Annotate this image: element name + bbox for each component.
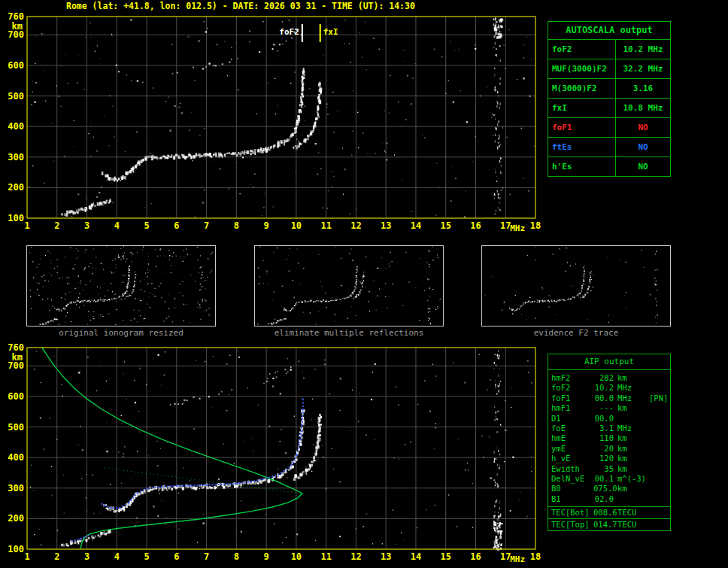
- param-flag: [649, 444, 667, 454]
- svg-text:2: 2: [54, 220, 59, 231]
- param-label: h'Es: [548, 157, 616, 176]
- param-unit: km: [617, 403, 649, 413]
- svg-text:5: 5: [144, 551, 149, 562]
- svg-text:10: 10: [291, 220, 302, 231]
- param-name: hmE: [551, 433, 593, 443]
- aip-row: hmE110km: [548, 433, 670, 443]
- svg-text:16: 16: [470, 551, 481, 562]
- svg-text:7: 7: [204, 220, 209, 231]
- tec-bottom-row: TEC[Bot]008.6TECU: [548, 506, 670, 518]
- svg-text:11: 11: [320, 220, 331, 231]
- svg-text:15: 15: [440, 220, 450, 231]
- param-flag: [649, 494, 667, 504]
- param-unit: MHz: [617, 424, 649, 433]
- svg-text:500: 500: [8, 91, 24, 102]
- aip-row: B0075.0km: [548, 484, 670, 494]
- param-flag: [649, 414, 667, 424]
- svg-text:600: 600: [8, 391, 24, 402]
- param-value: NO: [616, 157, 670, 176]
- param-label: foF1: [548, 118, 616, 137]
- main-ionogram-plot: foF2fxI123456789101112131415161718100200…: [0, 12, 544, 236]
- param-value: 075.0: [593, 484, 617, 494]
- svg-text:9: 9: [264, 220, 269, 231]
- param-unit: TECU: [617, 507, 649, 518]
- param-value: 10.2 MHz: [616, 40, 670, 59]
- param-flag: [649, 373, 667, 383]
- param-value: 120: [593, 454, 617, 463]
- svg-text:7: 7: [204, 551, 209, 562]
- param-value: 35: [593, 464, 617, 474]
- autoscala-row: fxI 10.8 MHz: [548, 99, 670, 118]
- param-unit: km: [617, 373, 649, 383]
- svg-text:12: 12: [350, 551, 361, 562]
- param-value: 10.2: [593, 383, 617, 393]
- autoscala-panel-title: AUTOSCALA output: [548, 22, 670, 40]
- svg-text:100: 100: [8, 544, 24, 554]
- svg-text:MHz: MHz: [510, 554, 525, 564]
- svg-text:fxI: fxI: [323, 27, 338, 37]
- param-name: hmF1: [551, 403, 593, 413]
- param-label: MUF(3000)F2: [548, 59, 616, 78]
- param-unit: km: [617, 484, 649, 494]
- param-name: TEC[Bot]: [551, 507, 593, 518]
- param-label: ftEs: [548, 138, 616, 156]
- svg-text:8: 8: [234, 551, 239, 562]
- param-name: D1: [551, 414, 593, 424]
- param-value: 110: [593, 433, 617, 443]
- svg-text:13: 13: [381, 220, 391, 231]
- param-value: ---: [593, 403, 617, 413]
- param-name: h_vE: [551, 454, 593, 463]
- param-flag: [649, 454, 667, 463]
- param-name: Ewidth: [551, 464, 593, 474]
- svg-text:200: 200: [8, 513, 24, 524]
- svg-text:km: km: [12, 352, 23, 363]
- param-name: B1: [551, 494, 593, 504]
- autoscala-row: foF1 NO: [548, 118, 670, 138]
- svg-text:km: km: [12, 21, 23, 32]
- svg-text:200: 200: [8, 182, 24, 193]
- param-unit: km: [617, 454, 649, 463]
- param-flag: [649, 424, 667, 433]
- param-flag: [649, 433, 667, 443]
- thumbnail-original-ionogram: [26, 245, 216, 327]
- param-value: 014.7: [593, 519, 617, 530]
- aip-panel-title: AIP output: [548, 354, 670, 370]
- svg-text:9: 9: [264, 551, 269, 562]
- svg-text:3: 3: [84, 220, 89, 231]
- station-header: Rome (lat: +41.8, lon: 012.5) - DATE: 20…: [66, 1, 415, 11]
- aip-row: hmF1---km: [548, 403, 670, 413]
- param-name: B0: [551, 484, 593, 494]
- param-flag: [649, 484, 667, 494]
- svg-text:1: 1: [24, 220, 29, 231]
- param-value: NO: [616, 118, 670, 137]
- aip-row: Ewidth35km: [548, 464, 670, 474]
- aip-row: foE3.1MHz: [548, 424, 670, 433]
- svg-text:400: 400: [8, 121, 24, 132]
- param-value: 008.6: [593, 507, 617, 518]
- param-label: fxI: [548, 99, 616, 117]
- aip-parameter-list: hmF2282km foF210.2MHz foF100.0MHz[PN] hm…: [548, 370, 670, 506]
- param-name: foE: [551, 424, 593, 433]
- param-label: foF2: [548, 40, 616, 59]
- aip-row: foF100.0MHz[PN]: [548, 393, 670, 403]
- svg-text:300: 300: [8, 483, 24, 494]
- aip-row: foF210.2MHz: [548, 383, 670, 393]
- svg-text:13: 13: [381, 551, 391, 562]
- svg-text:10: 10: [291, 551, 302, 562]
- svg-text:2: 2: [54, 551, 59, 562]
- param-value: 10.8 MHz: [616, 99, 670, 117]
- autoscala-row: h'Es NO: [548, 157, 670, 176]
- svg-text:400: 400: [8, 452, 24, 463]
- param-unit: MHz: [617, 383, 649, 393]
- svg-text:6: 6: [174, 220, 179, 231]
- param-flag: [PN]: [649, 393, 668, 403]
- param-flag: [649, 464, 667, 474]
- autoscala-row: ftEs NO: [548, 138, 670, 157]
- param-value: 00.0: [593, 393, 617, 403]
- param-value: 3.16: [616, 79, 670, 98]
- svg-text:1: 1: [24, 551, 29, 562]
- param-name: ymE: [551, 444, 593, 454]
- param-value: 3.1: [593, 424, 617, 433]
- svg-text:3: 3: [84, 551, 89, 562]
- svg-text:18: 18: [530, 551, 541, 562]
